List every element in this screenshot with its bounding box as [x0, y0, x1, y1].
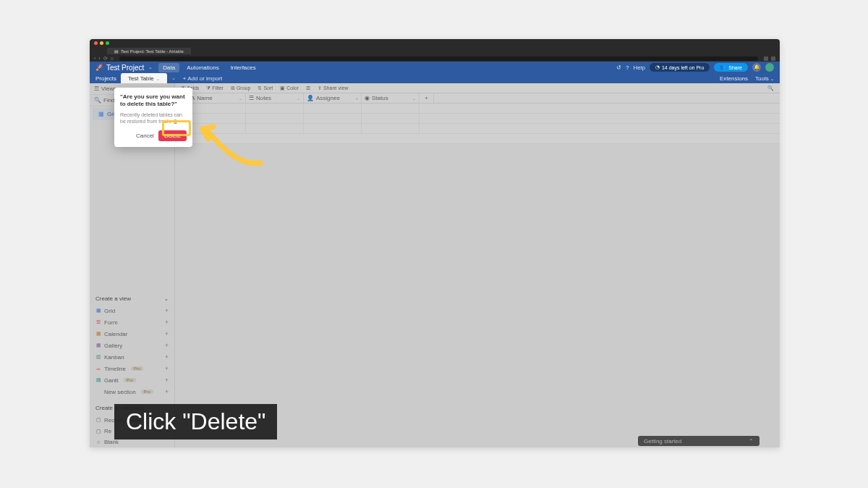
search-button[interactable]: 🔍: [767, 85, 774, 91]
reload-icon[interactable]: ⟳: [103, 56, 108, 62]
view-type-gallery[interactable]: ▦Gallery+: [90, 340, 174, 351]
table-bar: Projects Test Table ⌄ ⌄ + Add or import …: [90, 73, 780, 83]
app-header: 🚀 Test Project ⌄ Data Automations Interf…: [90, 62, 780, 73]
plus-icon: +: [165, 307, 169, 314]
trial-text: 14 days left on Pro: [662, 65, 704, 70]
trial-badge[interactable]: ◔ 14 days left on Pro: [650, 63, 710, 72]
view-type-gantt[interactable]: ▤GanttPro+: [90, 374, 174, 386]
clock-icon: ◔: [655, 64, 660, 70]
grid-header: AName⌄ ☰Notes⌄ 👤Assignee+ ◉Status⌄ +: [175, 93, 780, 104]
gantt-icon: ▤: [95, 377, 101, 383]
column-header-name[interactable]: AName⌄: [188, 93, 246, 103]
browser-urlbar: ‹ › ⟳ ⌂: [90, 55, 780, 62]
chevron-up-icon: ⌃: [749, 438, 754, 445]
view-type-form[interactable]: ☰Form+: [90, 316, 174, 328]
chevron-down-icon[interactable]: ⌄: [156, 76, 160, 81]
view-type-grid[interactable]: ▦Grid+: [90, 305, 174, 316]
view-type-kanban[interactable]: ▥Kanban+: [90, 351, 174, 363]
plus-icon: +: [165, 319, 169, 326]
history-icon[interactable]: ↺: [616, 64, 621, 71]
url-input[interactable]: [119, 56, 758, 61]
user-icon: 👤: [307, 95, 314, 101]
status-icon: ◉: [365, 95, 370, 101]
help-icon[interactable]: ?: [626, 64, 629, 71]
maximize-window-icon[interactable]: [106, 41, 109, 45]
create-view-section[interactable]: Create a view ⌄: [90, 293, 174, 305]
browser-tab[interactable]: ▤ Test Project: Test Table - Airtable: [107, 48, 191, 54]
view-type-calendar[interactable]: ▦Calendar+: [90, 328, 174, 340]
close-window-icon[interactable]: [94, 41, 98, 45]
plus-icon: +: [165, 365, 169, 372]
chevron-down-icon[interactable]: ⌄: [239, 96, 242, 101]
view-type-timeline[interactable]: ═TimelinePro+: [90, 363, 174, 374]
extension-icon[interactable]: [771, 56, 775, 61]
extensions-link[interactable]: Extensions: [720, 75, 748, 82]
tab-data[interactable]: Data: [158, 63, 179, 72]
column-header-assignee[interactable]: 👤Assignee+: [304, 93, 362, 103]
table-row[interactable]: [175, 104, 780, 114]
getting-started-panel[interactable]: Getting started ⌃: [638, 436, 760, 446]
add-row-button[interactable]: +: [175, 134, 780, 144]
plus-icon: +: [165, 388, 169, 395]
delete-button[interactable]: Delete: [158, 130, 187, 141]
search-icon: 🔍: [94, 97, 101, 104]
column-header-status[interactable]: ◉Status⌄: [362, 93, 420, 103]
pro-badge: Pro: [124, 378, 136, 382]
user-avatar[interactable]: [765, 63, 774, 72]
pro-badge: Pro: [131, 366, 143, 371]
dialog-title: "Are you sure you want to delete this ta…: [120, 93, 187, 109]
form-icon: ☰: [95, 319, 101, 325]
list-icon: ☰: [94, 85, 99, 92]
table-name: Test Table: [128, 75, 154, 82]
notifications-icon[interactable]: 🔔: [752, 63, 761, 72]
grid-icon: ▦: [98, 111, 104, 117]
column-header-notes[interactable]: ☰Notes⌄: [246, 93, 304, 103]
main-area: 👁fields ⧩Filter ⊞Group ⇅Sort ▣Color ☰ ⇪S…: [175, 83, 780, 447]
chevron-down-icon[interactable]: ⌄: [297, 96, 300, 101]
sort-button[interactable]: ⇅Sort: [258, 85, 273, 91]
extension-icon[interactable]: [764, 56, 768, 61]
view-type-section[interactable]: New sectionPro+: [90, 386, 174, 397]
group-button[interactable]: ⊞Group: [231, 85, 250, 91]
filter-button[interactable]: ⧩Filter: [206, 85, 224, 91]
back-icon[interactable]: ‹: [94, 56, 95, 61]
add-column-button[interactable]: +: [420, 93, 434, 103]
tools-link[interactable]: Tools ⌄: [755, 75, 774, 82]
plus-icon: +: [165, 353, 169, 361]
table-row[interactable]: [175, 124, 780, 134]
forward-icon[interactable]: ›: [98, 56, 100, 61]
share-button[interactable]: 👥 Share: [714, 63, 748, 72]
rocket-icon: 🚀: [95, 64, 103, 71]
plus-icon[interactable]: +: [355, 96, 358, 101]
dialog-subtitle: Recently deleted tables can be restored …: [120, 112, 187, 125]
record-icon: ▢: [95, 417, 101, 423]
chevron-down-icon[interactable]: ⌄: [412, 96, 416, 101]
add-import-button[interactable]: + Add or import: [183, 75, 222, 82]
table-row[interactable]: [175, 114, 780, 124]
view-toolbar: 👁fields ⧩Filter ⊞Group ⇅Sort ▣Color ☰ ⇪S…: [175, 83, 780, 93]
minimize-window-icon[interactable]: [100, 41, 103, 45]
projects-link[interactable]: Projects: [95, 75, 116, 82]
table-tab[interactable]: Test Table ⌄: [121, 73, 167, 84]
chevron-down-icon: ⌄: [164, 296, 169, 302]
tab-automations[interactable]: Automations: [182, 63, 223, 72]
home-icon[interactable]: ⌂: [111, 56, 114, 61]
search-icon: 🔍: [767, 85, 774, 91]
chevron-down-icon: ⌄: [770, 77, 774, 81]
kanban-icon: ▥: [95, 354, 101, 360]
cancel-button[interactable]: Cancel: [136, 132, 154, 139]
chevron-down-icon[interactable]: ⌄: [148, 64, 153, 70]
trash-icon: 🗑: [173, 119, 178, 124]
help-label[interactable]: Help: [633, 64, 644, 71]
instruction-caption: Click "Delete": [114, 404, 277, 439]
find-label: Find: [103, 97, 115, 104]
share-label: Share: [728, 65, 742, 70]
row-height-button[interactable]: ☰: [306, 85, 310, 91]
grid-icon: ▦: [95, 308, 101, 314]
chevron-down-icon[interactable]: ⌄: [171, 75, 176, 81]
project-name[interactable]: Test Project: [106, 64, 144, 72]
color-button[interactable]: ▣Color: [280, 85, 299, 91]
share-view-button[interactable]: ⇪Share view: [318, 85, 349, 91]
tab-interfaces[interactable]: Interfaces: [226, 63, 260, 72]
plus-icon: +: [183, 75, 187, 82]
